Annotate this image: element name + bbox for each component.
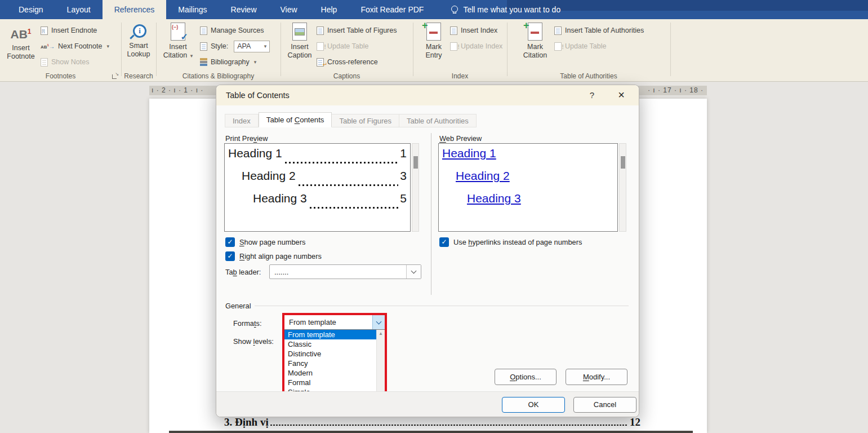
help-icon[interactable]: ? (585, 85, 599, 105)
format-option-fancy[interactable]: Fancy (284, 359, 376, 368)
toc-entry-page: 12 (630, 416, 640, 428)
scrollbar-thumb[interactable] (413, 156, 418, 169)
format-option-from-template[interactable]: From template (284, 330, 376, 339)
style-label: Style: (211, 42, 228, 50)
dialog-title: Table of Contents (216, 85, 639, 105)
insert-table-of-authorities-button[interactable]: Insert Table of Authorities (554, 23, 644, 38)
show-page-numbers-checkbox[interactable]: ✓ (225, 237, 235, 247)
tab-mailings[interactable]: Mailings (166, 0, 219, 19)
document-toc-line: 3. Định vị 12 (224, 416, 640, 428)
dialog-tab-table-of-figures[interactable]: Table of Figures (332, 114, 399, 127)
next-footnote-button[interactable]: AB1→ Next Footnote ▾ (41, 38, 109, 54)
insert-endnote-button[interactable]: [i] Insert Endnote (41, 23, 109, 38)
insert-table-of-figures-button[interactable]: Insert Table of Figures (317, 23, 397, 38)
insert-endnote-icon: [i] (41, 26, 48, 35)
style-icon (200, 42, 207, 51)
close-icon[interactable]: × (613, 85, 630, 104)
general-section-line (255, 306, 629, 306)
print-preview-entry: Heading 35 (227, 192, 407, 214)
print-preview-entry: Heading 23 (227, 169, 407, 192)
scroll-up-icon[interactable]: ▲ (379, 331, 383, 336)
table-of-contents-dialog: Table of Contents ? × Index Table of Con… (216, 85, 639, 417)
column-separator (431, 133, 431, 295)
mark-entry-button[interactable]: + Mark Entry (421, 23, 447, 60)
captions-group-label: Captions (281, 72, 413, 80)
ruler-right-marks: · ı · 17 · ı · 18 · (648, 86, 704, 95)
group-footnotes: AB1 Insert Footnote [i] Insert Endnote A… (0, 19, 121, 82)
insert-table-of-figures-icon (317, 26, 324, 35)
format-option-classic[interactable]: Classic (284, 339, 376, 349)
cancel-button[interactable]: Cancel (573, 397, 636, 413)
tell-me-box[interactable]: Tell me what you want to do (450, 0, 560, 19)
use-hyperlinks-checkbox[interactable]: ✓ (439, 237, 449, 247)
show-page-numbers-row: ✓ Show page numbers (225, 237, 305, 247)
ribbon-tab-bar: Design Layout References Mailings Review… (0, 0, 868, 19)
formats-value: From template (289, 318, 336, 326)
tab-help[interactable]: Help (309, 0, 349, 19)
next-footnote-icon: AB1→ (41, 43, 55, 50)
update-table-icon: ! (317, 42, 324, 51)
dialog-tab-index[interactable]: Index (225, 114, 259, 127)
insert-citation-button[interactable]: (−)✓ Insert Citation ▾ (162, 23, 194, 60)
dialog-tab-table-of-authorities[interactable]: Table of Authorities (399, 114, 477, 127)
clipped-text-line (169, 431, 693, 433)
smart-lookup-button[interactable]: i Smart Lookup (123, 23, 154, 59)
update-table-button: ! Update Table (317, 38, 397, 54)
insert-footnote-label: Insert Footnote (5, 44, 37, 61)
format-option-formal[interactable]: Formal (284, 378, 376, 387)
mark-citation-button[interactable]: + Mark Citation (520, 23, 550, 60)
print-preview-entry: Heading 11 (227, 147, 407, 169)
footnote-ab-icon: AB1 (10, 23, 31, 42)
footnotes-dialog-launcher-icon[interactable] (112, 73, 118, 79)
tab-design[interactable]: Design (7, 0, 55, 19)
cross-reference-button[interactable]: ↵ Cross-reference (317, 54, 397, 70)
tab-view[interactable]: View (269, 0, 309, 19)
tab-foxit-reader-pdf[interactable]: Foxit Reader PDF (349, 0, 435, 19)
tab-leader-dropdown-button[interactable] (406, 265, 421, 279)
ok-button[interactable]: OK (502, 397, 565, 413)
group-research: i Smart Lookup Research (121, 19, 156, 82)
group-divider (670, 23, 671, 76)
dialog-tab-table-of-contents[interactable]: Table of Contents (259, 112, 332, 127)
bibliography-button[interactable]: Bibliography ▾ (200, 54, 270, 70)
print-preview-scrollbar[interactable] (412, 143, 419, 232)
manage-sources-button[interactable]: Manage Sources (200, 23, 270, 38)
format-option-distinctive[interactable]: Distinctive (284, 349, 376, 359)
web-preview-entry: Heading 3 (441, 192, 614, 214)
formats-label: Formats: (233, 319, 262, 328)
tab-layout[interactable]: Layout (55, 0, 103, 19)
show-notes-icon (41, 58, 48, 67)
insert-index-button[interactable]: Insert Index (450, 23, 502, 38)
titlebar-remnant (507, 0, 868, 11)
options-button[interactable]: Options... (495, 369, 557, 385)
update-table-authorities-button: ! Update Table (554, 38, 644, 54)
style-combobox[interactable]: APA▾ (234, 41, 270, 52)
mark-entry-icon: + (426, 23, 441, 41)
smart-lookup-icon: i (133, 24, 146, 38)
formats-dropdown-list: From template Classic Distinctive Fancy … (284, 330, 385, 399)
style-row: Style: APA▾ (200, 38, 270, 54)
formats-combobox[interactable]: From template (284, 315, 385, 330)
web-preview-scrollbar[interactable] (619, 143, 626, 232)
insert-caption-button[interactable]: Insert Caption (285, 23, 314, 60)
right-align-row: ✓ Right align page numbers (225, 251, 322, 261)
scrollbar-thumb[interactable] (621, 156, 625, 169)
formats-dropdown-button[interactable] (372, 315, 385, 329)
web-preview-entry: Heading 2 (441, 169, 614, 192)
tab-review[interactable]: Review (219, 0, 269, 19)
show-page-numbers-label: Show page numbers (239, 238, 305, 246)
insert-citation-icon: (−)✓ (171, 23, 185, 41)
format-option-modern[interactable]: Modern (284, 368, 376, 378)
use-hyperlinks-label: Use hyperlinks instead of page numbers (453, 238, 582, 246)
dropdown-scrollbar[interactable]: ▲ ▼ (376, 330, 385, 399)
red-annotation-box: From template From template Classic Dist… (282, 313, 387, 401)
modify-button[interactable]: Modify... (566, 369, 627, 385)
web-preview-box: Heading 1 Heading 2 Heading 3 (438, 143, 618, 232)
tab-references[interactable]: References (103, 0, 167, 19)
tell-me-label: Tell me what you want to do (463, 5, 560, 14)
right-align-checkbox[interactable]: ✓ (225, 251, 235, 261)
insert-footnote-button[interactable]: AB1 Insert Footnote (5, 23, 37, 61)
hyperlink: Heading 1 (442, 147, 496, 160)
tab-leader-combobox[interactable]: ....... (269, 264, 421, 279)
toc-entry-text: 3. Định vị (224, 416, 269, 428)
